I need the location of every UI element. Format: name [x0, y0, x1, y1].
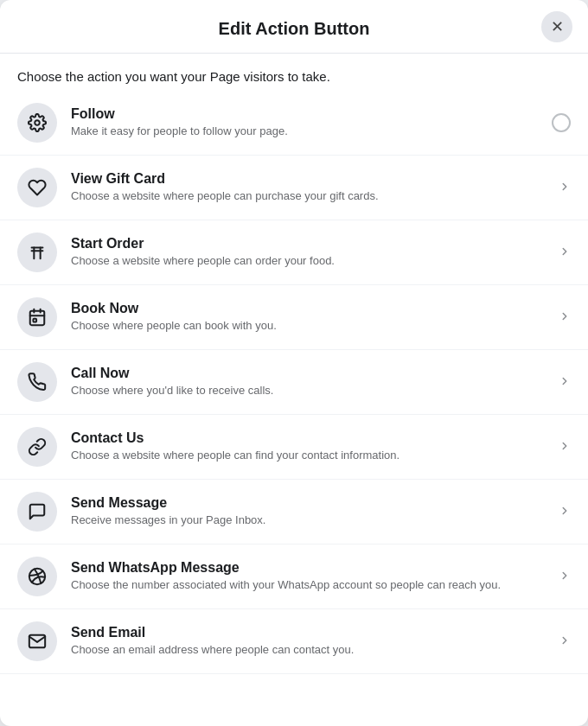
modal-title: Edit Action Button: [219, 19, 370, 39]
follow-title: Follow: [71, 106, 543, 122]
svg-rect-3: [30, 311, 45, 326]
follow-description: Make it easy for people to follow your p…: [71, 124, 543, 139]
view-gift-card-text: View Gift CardChoose a website where peo…: [71, 171, 550, 204]
svg-point-0: [35, 120, 40, 125]
send-whatsapp-chevron: [559, 568, 571, 586]
contact-us-text: Contact UsChoose a website where people …: [71, 430, 550, 463]
book-now-text: Book NowChoose where people can book wit…: [71, 301, 550, 334]
contact-us-description: Choose a website where people can find y…: [71, 448, 550, 463]
view-gift-card-chevron: [559, 179, 571, 197]
book-now-description: Choose where people can book with you.: [71, 318, 550, 334]
book-now-title: Book Now: [71, 301, 550, 316]
follow-radio[interactable]: [552, 113, 571, 132]
follow-text: FollowMake it easy for people to follow …: [71, 106, 543, 139]
view-gift-card-icon: [17, 168, 57, 207]
book-now-chevron: [559, 309, 571, 327]
call-now-title: Call Now: [71, 366, 550, 381]
action-item-call-now[interactable]: Call NowChoose where you'd like to recei…: [0, 350, 588, 415]
modal-header: Edit Action Button ✕: [0, 0, 588, 54]
send-whatsapp-text: Send WhatsApp MessageChoose the number a…: [71, 560, 550, 593]
svg-rect-7: [33, 319, 36, 322]
send-message-title: Send Message: [71, 495, 550, 511]
send-email-icon: [17, 621, 57, 661]
start-order-chevron: [559, 244, 571, 262]
send-whatsapp-icon: [17, 557, 57, 596]
send-email-chevron: [559, 633, 571, 651]
view-gift-card-description: Choose a website where people can purcha…: [71, 188, 550, 204]
contact-us-chevron: [559, 438, 571, 456]
action-list: FollowMake it easy for people to follow …: [0, 91, 588, 674]
action-item-follow[interactable]: FollowMake it easy for people to follow …: [0, 91, 588, 156]
send-message-chevron: [559, 503, 571, 521]
action-item-book-now[interactable]: Book NowChoose where people can book wit…: [0, 285, 588, 350]
subtitle: Choose the action you want your Page vis…: [0, 54, 588, 91]
contact-us-icon: [17, 427, 57, 467]
call-now-description: Choose where you'd like to receive calls…: [71, 383, 550, 398]
start-order-title: Start Order: [71, 236, 550, 252]
send-whatsapp-title: Send WhatsApp Message: [71, 560, 550, 576]
call-now-chevron: [559, 373, 571, 392]
send-email-text: Send EmailChoose an email address where …: [71, 625, 550, 658]
contact-us-title: Contact Us: [71, 430, 550, 446]
action-item-send-message[interactable]: Send MessageReceive messages in your Pag…: [0, 480, 588, 544]
start-order-description: Choose a website where people can order …: [71, 253, 550, 269]
start-order-text: Start OrderChoose a website where people…: [71, 236, 550, 269]
follow-icon: [17, 103, 57, 143]
call-now-text: Call NowChoose where you'd like to recei…: [71, 366, 550, 398]
book-now-icon: [17, 297, 57, 337]
edit-action-button-modal: Edit Action Button ✕ Choose the action y…: [0, 0, 588, 726]
action-item-start-order[interactable]: Start OrderChoose a website where people…: [0, 220, 588, 285]
send-message-icon: [17, 492, 57, 532]
action-item-send-whatsapp[interactable]: Send WhatsApp MessageChoose the number a…: [0, 544, 588, 609]
view-gift-card-title: View Gift Card: [71, 171, 550, 187]
call-now-icon: [17, 362, 57, 402]
action-item-contact-us[interactable]: Contact UsChoose a website where people …: [0, 415, 588, 480]
send-message-description: Receive messages in your Page Inbox.: [71, 513, 550, 528]
send-whatsapp-description: Choose the number associated with your W…: [71, 577, 550, 593]
send-email-description: Choose an email address where people can…: [71, 642, 550, 658]
start-order-icon: [17, 232, 57, 272]
action-item-view-gift-card[interactable]: View Gift CardChoose a website where peo…: [0, 156, 588, 220]
send-email-title: Send Email: [71, 625, 550, 640]
action-item-send-email[interactable]: Send EmailChoose an email address where …: [0, 609, 588, 674]
close-button[interactable]: ✕: [541, 11, 572, 42]
send-message-text: Send MessageReceive messages in your Pag…: [71, 495, 550, 528]
